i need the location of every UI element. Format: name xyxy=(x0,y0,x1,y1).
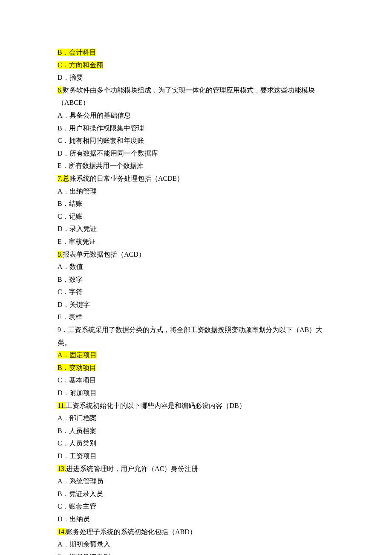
plain-text: B．凭证录入员 xyxy=(58,490,103,497)
plain-text: A．期初余额录入 xyxy=(58,541,110,548)
plain-text: D．所有数据不能用同一个数据库 xyxy=(58,150,158,157)
text-line: B．变动项目 xyxy=(58,361,334,374)
text-line: A．期初余额录入 xyxy=(58,538,334,551)
plain-text: C．人员类别 xyxy=(58,439,96,447)
text-line: C．拥有相同的账套和年度账 xyxy=(58,134,334,147)
text-line: D．出纳员 xyxy=(58,513,334,526)
plain-text: B．数字 xyxy=(58,276,83,283)
highlighted-text: 11. xyxy=(58,402,66,409)
text-line: C．方向和金额 xyxy=(58,59,334,72)
plain-text: A．部门档案 xyxy=(58,414,97,422)
text-line: A．系统管理员 xyxy=(58,475,334,488)
plain-text: E．审核凭证 xyxy=(58,238,96,245)
plain-text: E．所有数据共用一个数据库 xyxy=(58,162,144,169)
plain-text: 账系统的日常业务处理包括（ACDE） xyxy=(69,175,184,182)
highlighted-text: B．会计科目 xyxy=(58,49,96,56)
plain-text: 财务软件由多个功能模块组成，为了实现一体化的管理应用模式，要求这些功能模块（AB… xyxy=(58,87,315,107)
text-line: A．数值 xyxy=(58,260,334,273)
plain-text: E．表样 xyxy=(58,313,82,321)
text-line: B．会计科目 xyxy=(58,46,334,59)
highlighted-text: 14. xyxy=(58,528,66,535)
highlighted-text: B．变动项目 xyxy=(58,364,96,371)
text-line: D．摘要 xyxy=(58,71,334,84)
plain-text: 报表单元数据包括（ACD） xyxy=(63,251,145,258)
text-line: C．人员类别 xyxy=(58,437,334,450)
text-line: B．人员档案 xyxy=(58,425,334,437)
text-line: B．用户和操作权限集中管理 xyxy=(58,122,334,135)
highlighted-text: C．方向和金额 xyxy=(58,61,103,69)
text-line: D．关键字 xyxy=(58,298,334,311)
text-line: C．基本项目 xyxy=(58,374,334,387)
plain-text: 进进系统管理时，用户允许（AC）身份注册 xyxy=(66,465,198,472)
text-line: 14.账务处理子系统的系统初始化包括（ABD） xyxy=(58,526,334,538)
plain-text: D．附加项目 xyxy=(58,389,97,396)
plain-text: D．录入凭证 xyxy=(58,225,97,232)
text-line: B．凭证录入员 xyxy=(58,488,334,500)
plain-text: A．具备公用的基础信息 xyxy=(58,112,131,119)
text-line: 7.总账系统的日常业务处理包括（ACDE） xyxy=(58,172,334,185)
text-line: B．数字 xyxy=(58,273,334,286)
highlighted-text: 13. xyxy=(58,465,66,472)
plain-text: 9．工资系统采用了数据分类的方式，将全部工资数据按照变动频率划分为以下（AB）大… xyxy=(58,326,323,346)
plain-text: C．基本项目 xyxy=(58,376,96,384)
highlighted-text: 6. xyxy=(58,87,63,94)
text-line: E．所有数据共用一个数据库 xyxy=(58,159,334,172)
highlighted-text: A．固定项目 xyxy=(58,351,97,358)
plain-text: 账务处理子系统的系统初始化包括（ABD） xyxy=(66,528,196,535)
plain-text: D．关键字 xyxy=(58,301,90,308)
text-line: 6.财务软件由多个功能模块组成，为了实现一体化的管理应用模式，要求这些功能模块（… xyxy=(58,84,334,109)
plain-text: A．系统管理员 xyxy=(58,477,104,485)
text-line: D．工资项目 xyxy=(58,450,334,462)
text-line: B．设置凭证类别 xyxy=(58,551,334,555)
text-line: A．具备公用的基础信息 xyxy=(58,109,334,122)
text-line: 11.工资系统初始化中的以下哪些内容是和编码必设内容（DB） xyxy=(58,399,334,412)
text-line: 8.报表单元数据包括（ACD） xyxy=(58,248,334,261)
plain-text: D．出纳员 xyxy=(58,515,90,523)
text-line: 13.进进系统管理时，用户允许（AC）身份注册 xyxy=(58,462,334,475)
plain-text: B．人员档案 xyxy=(58,427,96,434)
text-line: A．出纳管理 xyxy=(58,185,334,198)
text-line: E．表样 xyxy=(58,311,334,324)
plain-text: D．摘要 xyxy=(58,74,83,81)
text-line: 9．工资系统采用了数据分类的方式，将全部工资数据按照变动频率划分为以下（AB）大… xyxy=(58,324,334,349)
text-line: C．记账 xyxy=(58,210,334,223)
plain-text: B．结账 xyxy=(58,200,83,207)
highlighted-text: 7.总 xyxy=(58,175,69,182)
text-line: A．部门档案 xyxy=(58,412,334,425)
document-body: B．会计科目C．方向和金额D．摘要6.财务软件由多个功能模块组成，为了实现一体化… xyxy=(58,46,334,555)
text-line: A．固定项目 xyxy=(58,349,334,361)
highlighted-text: 8. xyxy=(58,251,63,258)
plain-text: B．设置凭证类别 xyxy=(58,553,110,555)
plain-text: C．字符 xyxy=(58,288,83,295)
plain-text: A．数值 xyxy=(58,263,83,270)
text-line: E．审核凭证 xyxy=(58,235,334,248)
text-line: D．附加项目 xyxy=(58,387,334,399)
plain-text: C．记账 xyxy=(58,213,83,220)
text-line: D．所有数据不能用同一个数据库 xyxy=(58,147,334,160)
text-line: B．结账 xyxy=(58,197,334,210)
text-line: C．字符 xyxy=(58,286,334,298)
plain-text: D．工资项目 xyxy=(58,452,97,460)
plain-text: C．拥有相同的账套和年度账 xyxy=(58,137,144,144)
plain-text: 工资系统初始化中的以下哪些内容是和编码必设内容（DB） xyxy=(66,402,245,409)
plain-text: B．用户和操作权限集中管理 xyxy=(58,124,144,132)
plain-text: A．出纳管理 xyxy=(58,188,97,195)
plain-text: C．账套主管 xyxy=(58,503,96,510)
text-line: C．账套主管 xyxy=(58,500,334,513)
text-line: D．录入凭证 xyxy=(58,223,334,235)
